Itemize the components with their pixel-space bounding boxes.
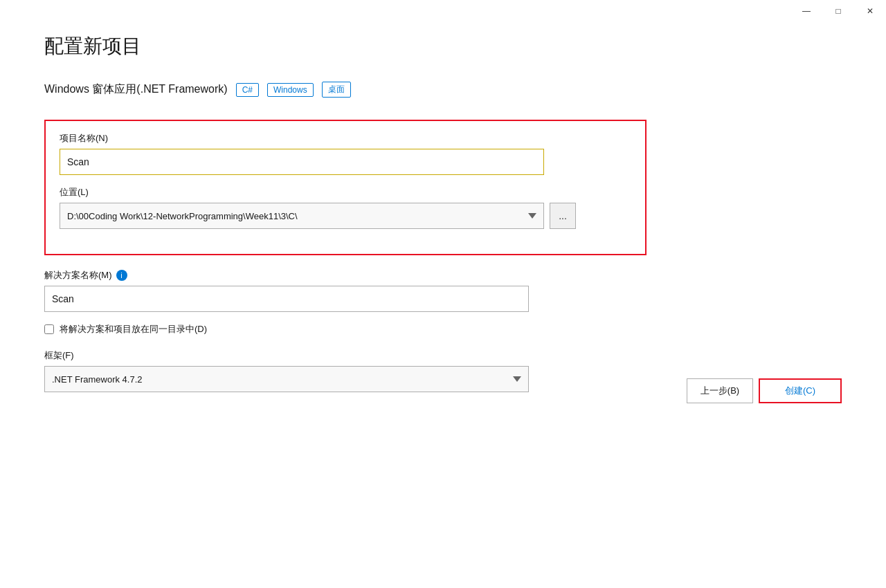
project-name-group: 项目名称(N): [60, 132, 631, 175]
solution-name-input[interactable]: [44, 286, 529, 312]
browse-button[interactable]: ...: [550, 203, 576, 229]
page-title: 配置新项目: [44, 33, 842, 59]
project-type-name: Windows 窗体应用(.NET Framework): [44, 82, 228, 97]
tag-windows: Windows: [267, 83, 314, 97]
solution-name-group: 解决方案名称(M) i: [44, 269, 647, 312]
location-group: 位置(L) D:\00Coding Work\12-NetworkProgram…: [60, 186, 631, 229]
framework-label: 框架(F): [44, 349, 647, 362]
back-button[interactable]: 上一步(B): [687, 378, 753, 403]
same-dir-row: 将解决方案和项目放在同一目录中(D): [44, 323, 647, 336]
location-row: D:\00Coding Work\12-NetworkProgramming\W…: [60, 203, 631, 229]
same-dir-checkbox[interactable]: [44, 324, 54, 334]
framework-group: 框架(F) .NET Framework 4.7.2: [44, 349, 647, 392]
framework-select[interactable]: .NET Framework 4.7.2: [44, 366, 529, 392]
tag-csharp: C#: [236, 83, 259, 97]
location-label: 位置(L): [60, 186, 631, 199]
outer-section: 解决方案名称(M) i 将解决方案和项目放在同一目录中(D) 框架(F) .NE…: [44, 269, 647, 392]
main-window: — □ ✕ 配置新项目 Windows 窗体应用(.NET Framework)…: [0, 0, 886, 588]
project-name-label: 项目名称(N): [60, 132, 631, 145]
solution-label-row: 解决方案名称(M) i: [44, 269, 647, 282]
project-type-row: Windows 窗体应用(.NET Framework) C# Windows …: [44, 82, 842, 98]
highlighted-section: 项目名称(N) 位置(L) D:\00Coding Work\12-Networ…: [44, 120, 647, 255]
same-dir-label: 将解决方案和项目放在同一目录中(D): [60, 323, 207, 336]
tag-desktop: 桌面: [322, 82, 351, 98]
page-content: 配置新项目 Windows 窗体应用(.NET Framework) C# Wi…: [0, 0, 886, 431]
solution-name-label: 解决方案名称(M): [44, 269, 112, 282]
create-button[interactable]: 创建(C): [759, 378, 842, 403]
project-name-input[interactable]: [60, 149, 544, 175]
info-icon[interactable]: i: [116, 270, 127, 281]
location-select[interactable]: D:\00Coding Work\12-NetworkProgramming\W…: [60, 203, 544, 229]
bottom-buttons: 上一步(B) 创建(C): [687, 378, 842, 403]
